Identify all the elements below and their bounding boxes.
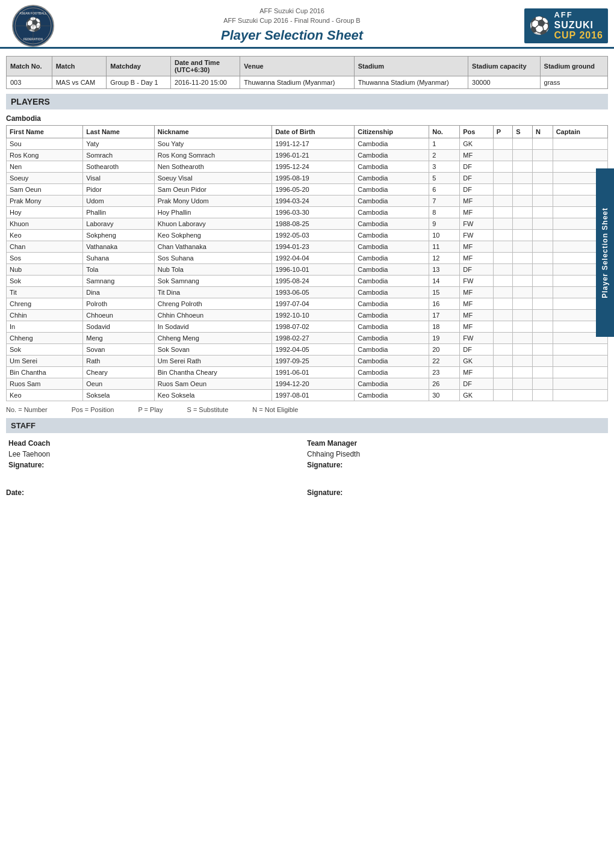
cell-p — [493, 195, 513, 207]
table-row: Um SereiRathUm Serei Rath1997-09-25Cambo… — [7, 356, 608, 367]
cell-nickname: Ruos Sam Oeun — [154, 378, 272, 390]
cell-no: 20 — [429, 344, 460, 356]
cell-citizenship: Cambodia — [355, 230, 429, 241]
cell-s — [513, 207, 533, 218]
cell-n — [532, 218, 553, 230]
th-n: N — [532, 126, 553, 138]
table-row: SokSovanSok Sovan1992-04-05Cambodia20DF — [7, 344, 608, 356]
right-logo-area: ⚽ AFF SUZUKI CUP 2016 — [524, 5, 608, 47]
staff-section-header: STAFF — [6, 418, 608, 433]
cell-first: Soeuy — [7, 173, 83, 184]
cell-n — [532, 378, 553, 390]
cell-p — [493, 230, 513, 241]
team-manager-role: Team Manager Chhaing Pisedth Signature: — [307, 438, 606, 470]
cell-first: Khuon — [7, 218, 83, 230]
cell-first: Um Serei — [7, 356, 83, 367]
page: Player Selection Sheet ⚽ ASEAN FOOTBALL … — [0, 0, 614, 868]
cell-s — [513, 367, 533, 378]
table-row: Sam OeunPidorSam Oeun Pidor1996-05-20Cam… — [7, 184, 608, 195]
cell-pos: GK — [460, 138, 493, 150]
col-matchday: Matchday — [107, 57, 171, 76]
cell-dob: 1995-08-19 — [272, 173, 355, 184]
cell-dob: 1994-12-20 — [272, 378, 355, 390]
cell-no: 1 — [429, 138, 460, 150]
cell-citizenship: Cambodia — [355, 275, 429, 287]
col-datetime: Date and Time(UTC+6:30) — [171, 57, 240, 76]
header-center: AFF Suzuki Cup 2016 AFF Suzuki Cup 2016 … — [60, 5, 524, 47]
asean-logo: ⚽ ASEAN FOOTBALL FEDERATION — [12, 5, 54, 47]
cell-dob: 1991-12-17 — [272, 138, 355, 150]
cell-nickname: Chheng Meng — [154, 333, 272, 344]
cell-first: In — [7, 321, 83, 333]
match-no-val: 003 — [7, 76, 52, 89]
th-nickname: Nickname — [154, 126, 272, 138]
staff-grid: Head Coach Lee Taehoon Signature: Team M… — [6, 438, 608, 470]
cell-first: Nen — [7, 161, 83, 173]
cell-pos: MF — [460, 310, 493, 321]
cell-first: Keo — [7, 390, 83, 401]
cell-pos: GK — [460, 356, 493, 367]
legend-pos: Pos = Position — [72, 406, 114, 413]
cell-first: Ros Kong — [7, 150, 83, 161]
cell-pos: MF — [460, 207, 493, 218]
cell-dob: 1995-12-24 — [272, 161, 355, 173]
cell-n — [532, 264, 553, 275]
cell-n — [532, 253, 553, 264]
cell-dob: 1994-03-24 — [272, 195, 355, 207]
cell-no: 8 — [429, 207, 460, 218]
cell-citizenship: Cambodia — [355, 241, 429, 253]
cell-no: 12 — [429, 253, 460, 264]
cell-p — [493, 218, 513, 230]
col-venue: Venue — [240, 57, 354, 76]
cell-s — [513, 356, 533, 367]
cell-p — [493, 310, 513, 321]
cell-n — [532, 344, 553, 356]
players-table-header-row: First Name Last Name Nickname Date of Bi… — [7, 126, 608, 138]
cell-n — [532, 367, 553, 378]
cell-s — [513, 264, 533, 275]
cell-first: Chheng — [7, 333, 83, 344]
table-row: SokSamnangSok Samnang1995-08-24Cambodia1… — [7, 275, 608, 287]
cell-n — [532, 195, 553, 207]
asean-logo-svg: ⚽ ASEAN FOOTBALL FEDERATION — [13, 6, 53, 46]
col-ground: Stadium ground — [540, 57, 607, 76]
cell-nickname: Sou Yaty — [154, 138, 272, 150]
cell-no: 13 — [429, 264, 460, 275]
cell-last: Pidor — [83, 184, 154, 195]
cell-no: 10 — [429, 230, 460, 241]
cell-no: 26 — [429, 378, 460, 390]
cell-pos: FW — [460, 218, 493, 230]
cell-first: Chan — [7, 241, 83, 253]
cell-nickname: Chan Vathanaka — [154, 241, 272, 253]
cell-s — [513, 275, 533, 287]
table-row: ChanVathanakaChan Vathanaka1994-01-23Cam… — [7, 241, 608, 253]
cell-nickname: Hoy Phallin — [154, 207, 272, 218]
cell-n — [532, 333, 553, 344]
cell-no: 18 — [429, 321, 460, 333]
cell-p — [493, 138, 513, 150]
cell-s — [513, 184, 533, 195]
cell-p — [493, 253, 513, 264]
cell-dob: 1995-08-24 — [272, 275, 355, 287]
cell-last: Sothearoth — [83, 161, 154, 173]
match-info-table: Match No. Match Matchday Date and Time(U… — [6, 56, 608, 89]
cell-pos: DF — [460, 344, 493, 356]
cell-captain — [553, 356, 607, 367]
cell-last: Somrach — [83, 150, 154, 161]
matchday-val: Group B - Day 1 — [107, 76, 171, 89]
cell-n — [532, 150, 553, 161]
cell-n — [532, 321, 553, 333]
cell-no: 11 — [429, 241, 460, 253]
cell-nickname: Khuon Laboravy — [154, 218, 272, 230]
cell-dob: 1998-07-02 — [272, 321, 355, 333]
legend: No. = Number Pos = Position P = Play S =… — [0, 401, 614, 418]
date-label: Date: — [6, 488, 307, 497]
cell-no: 6 — [429, 184, 460, 195]
cell-first: Sok — [7, 344, 83, 356]
cell-last: Rath — [83, 356, 154, 367]
cell-dob: 1992-05-03 — [272, 230, 355, 241]
cell-first: Sos — [7, 253, 83, 264]
table-row: ChhengMengChheng Meng1998-02-27Cambodia1… — [7, 333, 608, 344]
cell-n — [532, 161, 553, 173]
cell-n — [532, 275, 553, 287]
